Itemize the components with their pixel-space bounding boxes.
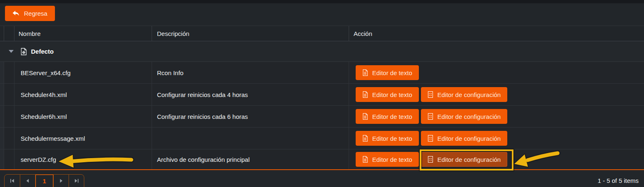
back-arrow-icon	[12, 10, 19, 17]
file-name: serverDZ.cfg	[14, 149, 152, 169]
file-name: BEServer_x64.cfg	[14, 62, 152, 83]
config-doc-icon	[428, 156, 433, 163]
config-editor-button[interactable]: Editor de configuración	[421, 109, 507, 124]
pager-first-button[interactable]	[5, 175, 20, 187]
file-name: Schedulermessage.xml	[14, 128, 152, 149]
button-label: Editor de configuración	[437, 135, 501, 142]
row-rail-cell	[0, 106, 4, 127]
button-label: Editor de texto	[372, 135, 412, 142]
row-rail-cell	[0, 128, 4, 149]
next-page-icon	[59, 178, 64, 183]
first-page-icon	[10, 178, 15, 183]
row-actions: Editor de texto	[349, 62, 644, 83]
table-row: serverDZ.cfg Archivo de configuración pr…	[0, 149, 644, 169]
header-rail-cell	[0, 26, 4, 41]
column-header-accion[interactable]: Acción	[349, 26, 644, 41]
pager-page-1[interactable]: 1	[35, 175, 53, 187]
pager-prev-button[interactable]	[20, 175, 35, 187]
file-description: Archivo de configuración principal	[152, 149, 349, 169]
config-editor-button[interactable]: Editor de configuración	[421, 87, 507, 102]
button-label: Editor de configuración	[437, 91, 501, 98]
text-editor-button[interactable]: Editor de texto	[356, 87, 419, 102]
text-file-icon	[362, 156, 368, 163]
config-doc-icon	[428, 113, 433, 120]
button-label: Editor de texto	[372, 156, 412, 163]
config-doc-icon	[428, 91, 433, 98]
pager: 1	[4, 174, 84, 187]
text-editor-button[interactable]: Editor de texto	[356, 152, 419, 167]
pager-items-info: 1 - 5 of 5 items	[598, 177, 639, 184]
config-file-icon	[20, 48, 27, 55]
row-indent-cell	[4, 84, 14, 105]
text-file-icon	[362, 69, 368, 76]
row-indent-cell	[4, 62, 14, 83]
file-description: Configurar reinicios cada 4 horas	[152, 84, 349, 105]
config-doc-icon	[428, 135, 433, 142]
text-file-icon	[362, 135, 368, 142]
row-indent-cell	[4, 149, 14, 169]
table-row: BEServer_x64.cfg Rcon Info Editor de tex…	[0, 62, 644, 84]
file-description	[152, 128, 349, 149]
file-name: Scheduler4h.xml	[14, 84, 152, 105]
column-header-descripcion[interactable]: Descripción	[152, 26, 349, 41]
prev-page-icon	[25, 178, 30, 183]
row-actions: Editor de texto Editor de configuración	[349, 149, 644, 169]
back-button-label: Regresa	[24, 10, 48, 17]
button-label: Editor de configuración	[437, 113, 501, 120]
table-row: Scheduler6h.xml Configurar reinicios cad…	[0, 106, 644, 128]
config-editor-button[interactable]: Editor de configuración	[421, 131, 507, 146]
row-actions: Editor de texto Editor de configuración	[349, 84, 644, 105]
collapse-triangle-icon[interactable]	[9, 50, 14, 53]
button-label: Editor de texto	[372, 91, 412, 98]
grid-header: Nombre Descripción Acción	[0, 26, 644, 41]
text-file-icon	[362, 113, 368, 120]
file-description: Configurar reinicios cada 6 horas	[152, 106, 349, 127]
file-description: Rcon Info	[152, 62, 349, 83]
table-row: Schedulermessage.xml Editor de texto	[0, 128, 644, 149]
grid-bottom-border	[0, 169, 644, 170]
button-label: Editor de texto	[372, 113, 412, 120]
text-file-icon	[362, 91, 368, 98]
back-button[interactable]: Regresa	[5, 6, 55, 21]
text-editor-button[interactable]: Editor de texto	[356, 65, 419, 80]
top-strip	[0, 0, 644, 3]
table-row: Scheduler4h.xml Configurar reinicios cad…	[0, 84, 644, 106]
button-label: Editor de texto	[372, 69, 412, 76]
pager-last-button[interactable]	[69, 175, 84, 187]
last-page-icon	[74, 178, 79, 183]
text-editor-button[interactable]: Editor de texto	[356, 131, 419, 146]
column-header-nombre[interactable]: Nombre	[14, 26, 152, 41]
text-editor-button[interactable]: Editor de texto	[356, 109, 419, 124]
pager-next-button[interactable]	[53, 175, 69, 187]
row-actions: Editor de texto Editor de configuración	[349, 106, 644, 127]
row-rail-cell	[0, 149, 4, 169]
row-indent-cell	[4, 106, 14, 127]
header-indent-cell	[4, 26, 14, 41]
row-indent-cell	[4, 128, 14, 149]
config-files-page: Regresa Nombre Descripción Acción Defect…	[0, 0, 644, 187]
file-name: Scheduler6h.xml	[14, 106, 152, 127]
group-row-defecto: Defecto	[0, 41, 644, 62]
group-label: Defecto	[31, 48, 54, 55]
config-editor-button-highlighted[interactable]: Editor de configuración	[421, 152, 507, 167]
row-rail-cell	[0, 62, 4, 83]
button-label: Editor de configuración	[437, 156, 501, 163]
row-actions: Editor de texto Editor de configuración	[349, 128, 644, 149]
row-rail-cell	[0, 84, 4, 105]
